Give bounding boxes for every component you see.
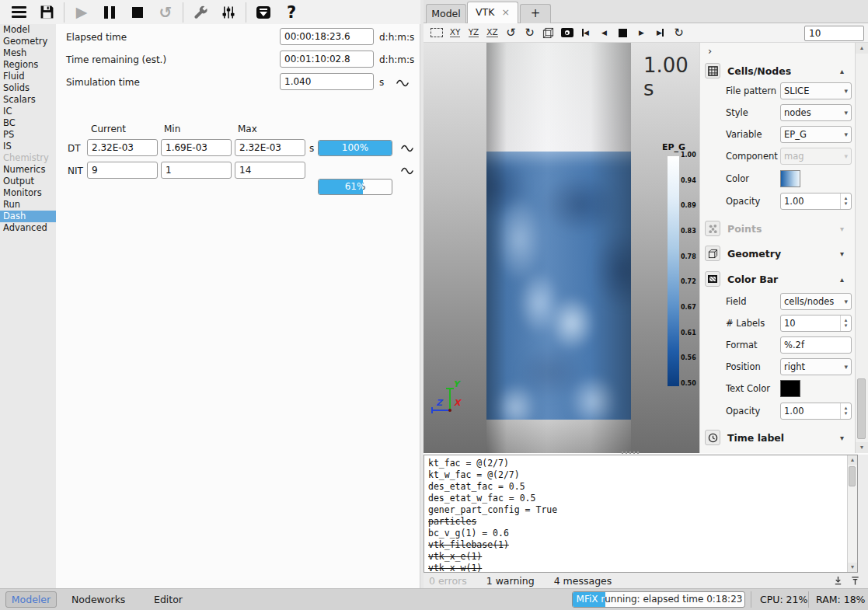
sidebar-item-bc[interactable]: BC	[0, 117, 56, 129]
collapse-panel-button[interactable]: ›	[708, 45, 712, 57]
fit-view-button[interactable]	[430, 26, 443, 40]
position-dropdown[interactable]: right▾	[780, 358, 852, 375]
scroll-down-icon[interactable]: ▾	[856, 442, 868, 453]
scroll-to-top-button[interactable]	[846, 574, 863, 587]
terminal-scrollbar[interactable]: ▴ ▾	[847, 455, 857, 572]
add-tab-button[interactable]: +	[520, 4, 551, 23]
file-pattern-dropdown[interactable]: SLICE▾	[780, 82, 852, 99]
errors-count[interactable]: 0 errors	[429, 575, 467, 587]
play-button[interactable]: ▶	[68, 2, 96, 23]
control-panel-scrollbar[interactable]: ▴ ▾	[855, 43, 868, 453]
messages-count[interactable]: 4 messages	[554, 575, 612, 587]
scroll-to-bottom-button[interactable]	[829, 574, 846, 587]
tab-model[interactable]: Model	[426, 4, 466, 23]
terminal-gap	[858, 455, 868, 573]
section-geometry[interactable]: Geometry ▾	[705, 245, 844, 262]
build-button[interactable]	[186, 2, 214, 23]
num-labels-spinbox[interactable]: 10▴▾	[780, 315, 852, 332]
refresh-button[interactable]: ↻	[672, 26, 685, 40]
scrollbar-thumb[interactable]	[857, 378, 866, 439]
sidebar-item-numerics[interactable]: Numerics	[0, 164, 56, 176]
field-dropdown[interactable]: cells/nodes▾	[780, 293, 852, 310]
sidebar-item-geometry[interactable]: Geometry	[0, 36, 56, 47]
settings-button[interactable]	[214, 2, 242, 23]
nit-current-field[interactable]: 9	[87, 162, 158, 179]
opacity-spinbox[interactable]: 1.00▴▾	[780, 193, 852, 210]
rotate-right-button[interactable]: ↻	[523, 26, 536, 40]
view-xz-button[interactable]: XZ	[486, 26, 499, 40]
help-button[interactable]: ?	[277, 2, 305, 23]
variable-dropdown[interactable]: EP_G▾	[780, 126, 852, 143]
plot-simulation-time-button[interactable]	[396, 77, 413, 87]
text-color-swatch-button[interactable]	[780, 380, 800, 397]
frame-index-input[interactable]: 10	[804, 26, 864, 41]
sidebar-item-ic[interactable]: IC	[0, 106, 56, 117]
spin-down-icon[interactable]: ▾	[845, 201, 848, 207]
simulation-time-value[interactable]: 1.040	[280, 73, 374, 90]
plot-nit-button[interactable]	[400, 165, 417, 175]
tab-vtk[interactable]: VTK ×	[467, 2, 518, 23]
sidebar-item-advanced[interactable]: Advanced	[0, 222, 56, 234]
section-cells-nodes[interactable]: Cells/Nodes ▴	[705, 62, 844, 79]
colorbar-opacity-spinbox[interactable]: 1.00▴▾	[780, 403, 852, 420]
sidebar-item-scalars[interactable]: Scalars	[0, 94, 56, 106]
previous-frame-button[interactable]: ◀	[598, 26, 611, 40]
rotate-left-button[interactable]: ↺	[504, 26, 518, 40]
stop-playback-button[interactable]	[616, 26, 629, 40]
footer-tab-modeler[interactable]: Modeler	[5, 591, 57, 608]
footer-tab-editor[interactable]: Editor	[154, 592, 183, 608]
elapsed-time-value[interactable]: 00:00:18:23.6	[280, 28, 374, 45]
section-time-label[interactable]: Time label ▾	[705, 429, 844, 446]
section-color-bar[interactable]: Color Bar ▴	[705, 270, 844, 288]
dt-current-field[interactable]: 2.32E-03	[87, 139, 158, 156]
pause-button[interactable]	[96, 2, 124, 23]
scrollbar-thumb[interactable]	[849, 466, 856, 486]
vtk-render-view[interactable]: 1.00 s EP_G 1.000.94 0.890.83 0.780.72 0…	[424, 43, 699, 453]
view-yz-button[interactable]: YZ	[467, 26, 480, 40]
time-remaining-value[interactable]: 00:01:10:02.8	[280, 51, 374, 68]
plot-dt-button[interactable]	[400, 142, 417, 152]
sidebar-item-monitors[interactable]: Monitors	[0, 187, 56, 199]
terminal-output[interactable]: kt_fac = @(2/7) kt_w_fac = @(2/7) des_et…	[424, 455, 858, 573]
last-frame-button[interactable]: ▶	[654, 26, 667, 40]
footer-tab-nodeworks[interactable]: Nodeworks	[71, 592, 125, 608]
reset-button[interactable]: ↺	[152, 2, 180, 23]
spin-down-icon[interactable]: ▾	[845, 411, 848, 417]
chevron-right-icon: ›	[708, 45, 712, 57]
sidebar-item-model[interactable]: Model	[0, 24, 56, 36]
close-tab-icon[interactable]: ×	[501, 6, 509, 18]
scroll-down-icon[interactable]: ▾	[848, 563, 857, 572]
spin-down-icon[interactable]: ▾	[845, 323, 848, 329]
nit-min-field[interactable]: 1	[161, 162, 232, 179]
colormap-swatch-button[interactable]	[780, 170, 800, 187]
sidebar-item-mesh[interactable]: Mesh	[0, 47, 56, 59]
sidebar-item-is[interactable]: IS	[0, 141, 56, 152]
dt-max-field[interactable]: 2.32E-03	[235, 139, 305, 156]
sidebar-item-regions[interactable]: Regions	[0, 59, 56, 71]
format-input[interactable]: %.2f	[780, 336, 852, 354]
save-button[interactable]	[33, 2, 61, 23]
stop-button[interactable]	[124, 2, 152, 23]
dt-progress-bar: 100%	[318, 140, 392, 156]
view-xy-button[interactable]: XY	[448, 26, 462, 40]
terminal-splitter-handle[interactable]	[622, 451, 640, 454]
first-frame-button[interactable]: ◀	[579, 26, 592, 40]
sidebar-item-run[interactable]: Run	[0, 199, 56, 211]
sidebar-item-output[interactable]: Output	[0, 176, 56, 187]
nit-max-field[interactable]: 14	[235, 162, 305, 179]
sidebar-item-ps[interactable]: PS	[0, 129, 56, 141]
sidebar-item-dash[interactable]: Dash	[0, 211, 56, 222]
perspective-button[interactable]	[542, 26, 555, 40]
next-frame-button[interactable]: ▶	[635, 26, 648, 40]
scroll-up-icon[interactable]: ▴	[848, 455, 857, 465]
scroll-up-icon[interactable]: ▴	[856, 43, 868, 54]
dt-min-field[interactable]: 1.69E-03	[161, 139, 232, 156]
sidebar-item-fluid[interactable]: Fluid	[0, 71, 56, 82]
warnings-count[interactable]: 1 warning	[486, 575, 535, 587]
menu-button[interactable]	[5, 2, 33, 23]
style-dropdown[interactable]: nodes▾	[780, 104, 852, 121]
snapshot-button[interactable]	[560, 26, 573, 40]
xz-label: XZ	[486, 28, 497, 37]
submit-button[interactable]	[249, 2, 277, 23]
sidebar-item-solids[interactable]: Solids	[0, 82, 56, 94]
